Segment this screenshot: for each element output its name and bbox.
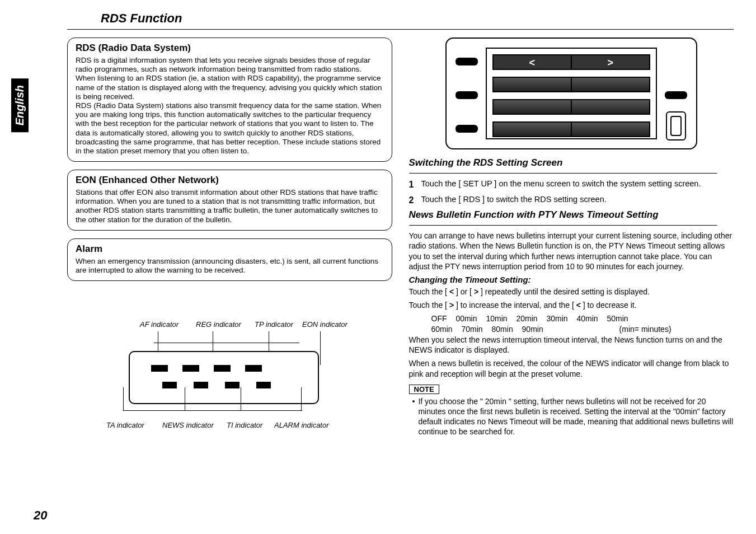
changing-timeout-heading: Changing the Timeout Setting: bbox=[409, 275, 734, 284]
device-side-button bbox=[456, 91, 478, 99]
eon-body: Stations that offer EON also transmit in… bbox=[76, 188, 384, 224]
rds-box: RDS (Radio Data System) RDS is a digital… bbox=[67, 38, 392, 162]
switching-heading: Switching the RDS Setting Screen bbox=[409, 157, 734, 168]
device-side-button bbox=[665, 91, 687, 99]
tp-indicator-label: TP indicator bbox=[255, 320, 293, 329]
step-text: Touch the [ RDS ] to switch the RDS sett… bbox=[421, 194, 607, 207]
arrow-right-button[interactable]: > bbox=[571, 55, 650, 69]
indicator-diagram: AF indicator REG indicator TP indicator … bbox=[67, 309, 392, 443]
alarm-indicator-label: ALARM indicator bbox=[274, 421, 329, 429]
eon-heading: EON (Enhanced Other Network) bbox=[76, 175, 384, 186]
page-title: RDS Function bbox=[101, 11, 734, 26]
step-text: Touch the [ SET UP ] on the menu screen … bbox=[421, 179, 701, 191]
ta-indicator-label: TA indicator bbox=[106, 421, 144, 429]
post-text-2: When a news bulletin is received, the co… bbox=[409, 358, 734, 378]
news-indicator-label: NEWS indicator bbox=[162, 421, 214, 429]
device-figure: < > bbox=[445, 38, 697, 149]
timeout-options-row1: OFF 00min 10min 20min 30min 40min 50min bbox=[431, 313, 734, 324]
step-number: 2 bbox=[409, 194, 418, 207]
ti-indicator-label: TI indicator bbox=[227, 421, 262, 429]
rds-heading: RDS (Radio Data System) bbox=[76, 43, 384, 54]
step-2: 2 Touch the [ RDS ] to switch the RDS se… bbox=[409, 194, 734, 207]
alarm-heading: Alarm bbox=[76, 243, 384, 255]
language-tab: English bbox=[11, 78, 29, 132]
title-rule bbox=[67, 29, 734, 30]
right-column: < > Switching the RDS Setting Screen 1 T… bbox=[409, 38, 734, 443]
left-column: RDS (Radio Data System) RDS is a digital… bbox=[67, 38, 392, 443]
device-side-button bbox=[456, 58, 478, 65]
bullet-icon: • bbox=[412, 396, 415, 437]
timeout-options-row2: 60min 70min 80min 90min (min= minutes) bbox=[431, 324, 734, 335]
step-1: 1 Touch the [ SET UP ] on the menu scree… bbox=[409, 179, 734, 191]
post-text-1: When you select the news interruption ti… bbox=[409, 335, 734, 355]
note-label: NOTE bbox=[409, 385, 439, 394]
rule bbox=[409, 225, 717, 226]
page-number: 20 bbox=[34, 508, 47, 523]
device-screen: < > bbox=[486, 48, 657, 139]
alarm-box: Alarm When an emergency transmission (an… bbox=[67, 238, 392, 281]
note-text: If you choose the " 20min " setting, fur… bbox=[418, 396, 734, 437]
arrow-left-button[interactable]: < bbox=[493, 55, 571, 69]
eon-indicator-label: EON indicator bbox=[302, 320, 348, 329]
rds-body: RDS is a digital information system that… bbox=[76, 56, 384, 156]
news-heading: News Bulletin Function with PTY News Tim… bbox=[409, 209, 734, 221]
news-body: You can arrange to have news bulletins i… bbox=[409, 231, 734, 271]
rule bbox=[409, 173, 717, 174]
changing-line2: Touch the [ > ] to increase the interval… bbox=[409, 300, 734, 310]
eon-box: EON (Enhanced Other Network) Stations th… bbox=[67, 170, 392, 231]
reg-indicator-label: REG indicator bbox=[196, 320, 241, 329]
af-indicator-label: AF indicator bbox=[140, 320, 179, 329]
device-outline bbox=[129, 351, 319, 404]
changing-line1: Touch the [ < ] or [ > ] repeatedly unti… bbox=[409, 287, 734, 297]
alarm-body: When an emergency transmission (announci… bbox=[76, 257, 384, 275]
note-bullet: • If you choose the " 20min " setting, f… bbox=[412, 396, 734, 437]
step-number: 1 bbox=[409, 179, 418, 191]
device-knob bbox=[666, 111, 686, 140]
device-side-button bbox=[456, 125, 478, 133]
